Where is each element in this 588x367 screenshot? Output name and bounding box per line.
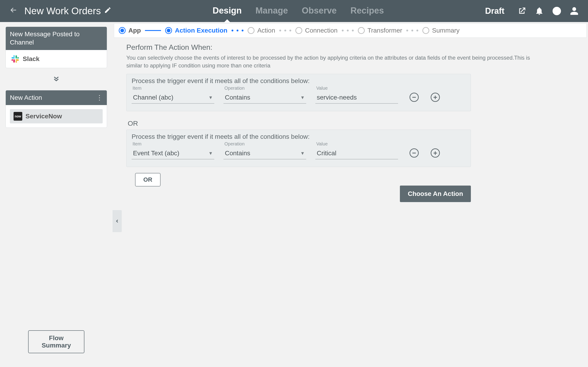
step-action-execution[interactable]: Action Execution bbox=[165, 27, 227, 34]
slack-icon bbox=[11, 55, 19, 63]
chevron-down-icon: ▼ bbox=[208, 151, 213, 156]
value-input[interactable] bbox=[315, 92, 398, 104]
step-app[interactable]: App bbox=[119, 27, 141, 34]
step-radio-icon bbox=[295, 27, 302, 34]
item-select[interactable]: Channel (abc)▼ bbox=[132, 92, 214, 104]
choose-action-button[interactable]: Choose An Action bbox=[400, 186, 471, 202]
step-dots bbox=[232, 30, 243, 31]
trigger-card[interactable]: New Message Posted to Channel Slack bbox=[6, 27, 107, 68]
trigger-app-name: Slack bbox=[23, 55, 40, 63]
chevron-down-icon: ▼ bbox=[208, 95, 213, 100]
condition-row: Item Channel (abc)▼ Operation Contains▼ … bbox=[132, 85, 466, 104]
step-label: Transformer bbox=[367, 27, 402, 34]
step-radio-icon bbox=[422, 27, 429, 34]
trigger-app-row: Slack bbox=[6, 50, 107, 68]
add-row-icon[interactable]: + bbox=[431, 148, 440, 158]
action-app-row[interactable]: now ServiceNow bbox=[10, 109, 103, 123]
sidebar: New Message Posted to Channel Slack New … bbox=[0, 22, 112, 367]
status-label: Draft bbox=[485, 6, 504, 16]
step-radio-icon bbox=[248, 27, 254, 34]
condition-row: Item Event Text (abc)▼ Operation Contain… bbox=[132, 141, 466, 159]
action-card-title: New Action bbox=[10, 94, 42, 102]
section-description: You can selectively choose the events of… bbox=[126, 54, 544, 69]
page-title: New Work Orders bbox=[24, 6, 101, 17]
bell-icon[interactable] bbox=[535, 6, 544, 16]
add-row-icon[interactable]: + bbox=[431, 93, 440, 102]
step-radio-icon bbox=[119, 27, 126, 34]
step-label: Action bbox=[257, 27, 275, 34]
chevron-down-icon: ▼ bbox=[300, 95, 305, 100]
content-area: Perform The Action When: You can selecti… bbox=[112, 38, 588, 211]
operation-select[interactable]: Contains▼ bbox=[224, 92, 306, 104]
operation-label: Operation bbox=[224, 85, 306, 91]
value-label: Value bbox=[315, 141, 398, 147]
stepper: App Action Execution Action Connection T… bbox=[114, 23, 587, 38]
remove-row-icon[interactable]: − bbox=[409, 148, 419, 158]
item-select[interactable]: Event Text (abc)▼ bbox=[132, 148, 214, 159]
topbar-right: Draft bbox=[485, 6, 579, 16]
operation-label: Operation bbox=[224, 141, 306, 147]
condition-group-1: Process the trigger event if it meets al… bbox=[126, 74, 471, 111]
tab-recipes[interactable]: Recipes bbox=[351, 6, 384, 17]
flow-summary-button[interactable]: Flow Summary bbox=[28, 330, 85, 353]
edit-icon[interactable] bbox=[104, 6, 111, 16]
step-radio-icon bbox=[165, 27, 172, 34]
action-app-name: ServiceNow bbox=[26, 113, 62, 120]
section-title: Perform The Action When: bbox=[126, 43, 574, 52]
topbar: New Work Orders Design Manage Observe Re… bbox=[0, 0, 588, 22]
step-transformer[interactable]: Transformer bbox=[358, 27, 402, 34]
value-input[interactable] bbox=[315, 148, 398, 159]
step-label: Summary bbox=[432, 27, 460, 34]
step-action[interactable]: Action bbox=[248, 27, 275, 34]
step-label: Action Execution bbox=[175, 27, 227, 34]
chevron-down-icon: ▼ bbox=[300, 151, 305, 156]
tab-design[interactable]: Design bbox=[212, 6, 242, 17]
back-arrow-icon[interactable] bbox=[9, 6, 18, 17]
step-connection[interactable]: Connection bbox=[295, 27, 338, 34]
item-label: Item bbox=[132, 85, 214, 91]
tab-observe[interactable]: Observe bbox=[302, 6, 337, 17]
step-connector bbox=[145, 30, 161, 31]
tab-manage[interactable]: Manage bbox=[255, 6, 288, 17]
add-or-group-button[interactable]: OR bbox=[135, 173, 161, 186]
nav-tabs: Design Manage Observe Recipes bbox=[111, 6, 485, 17]
expand-down-icon[interactable] bbox=[52, 75, 61, 84]
svg-point-1 bbox=[556, 13, 557, 13]
card-menu-icon[interactable]: ⋮ bbox=[96, 96, 103, 99]
step-dots bbox=[342, 30, 354, 31]
value-label: Value bbox=[315, 85, 398, 91]
open-external-icon[interactable] bbox=[517, 6, 527, 16]
item-label: Item bbox=[132, 141, 214, 147]
step-label: App bbox=[128, 27, 141, 34]
trigger-card-title: New Message Posted to Channel bbox=[6, 27, 107, 50]
condition-block-title: Process the trigger event if it meets al… bbox=[132, 133, 466, 140]
step-radio-icon bbox=[358, 27, 365, 34]
step-summary[interactable]: Summary bbox=[422, 27, 460, 34]
action-card[interactable]: New Action ⋮ now ServiceNow bbox=[6, 90, 107, 128]
help-icon[interactable] bbox=[552, 6, 561, 16]
user-icon[interactable] bbox=[570, 6, 579, 16]
step-dots bbox=[406, 30, 418, 31]
operation-select[interactable]: Contains▼ bbox=[224, 148, 306, 159]
step-label: Connection bbox=[305, 27, 338, 34]
condition-block-title: Process the trigger event if it meets al… bbox=[132, 77, 466, 85]
servicenow-icon: now bbox=[14, 112, 22, 121]
or-separator: OR bbox=[128, 119, 574, 127]
remove-row-icon[interactable]: − bbox=[409, 93, 419, 102]
main-panel: App Action Execution Action Connection T… bbox=[112, 22, 588, 367]
step-dots bbox=[279, 30, 291, 31]
collapse-sidebar-icon[interactable] bbox=[112, 210, 122, 232]
condition-group-2: Process the trigger event if it meets al… bbox=[126, 130, 471, 167]
